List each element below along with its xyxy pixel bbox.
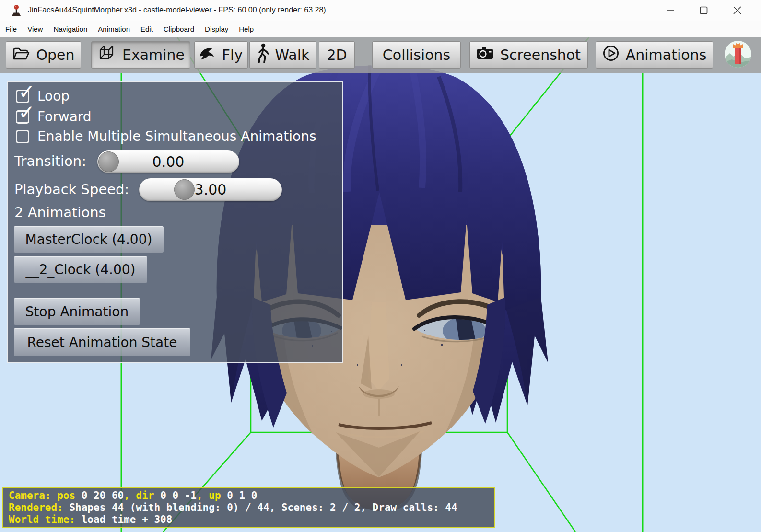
maximize-button[interactable] bbox=[692, 0, 714, 20]
menu-bar: File View Navigation Animation Edit Clip… bbox=[0, 21, 761, 37]
close-button[interactable] bbox=[726, 0, 748, 20]
menu-help[interactable]: Help bbox=[239, 25, 254, 33]
window-title: JinFacsAu44SquintMorpher.x3d - castle-mo… bbox=[28, 6, 326, 14]
examine-button[interactable]: Examine bbox=[91, 41, 190, 69]
examine-button-label: Examine bbox=[122, 46, 185, 63]
animations-button-label: Animations bbox=[626, 46, 707, 63]
screenshot-button[interactable]: Screenshot bbox=[469, 41, 588, 69]
masterclock-animation-button[interactable]: MasterClock (4.00) bbox=[14, 226, 164, 253]
fly-button-label: Fly bbox=[222, 46, 243, 63]
stop-animation-label: Stop Animation bbox=[25, 304, 129, 320]
cube-wireframe-icon bbox=[97, 44, 116, 66]
playback-speed-slider[interactable]: 3.00 bbox=[139, 178, 282, 201]
playback-speed-value: 3.00 bbox=[139, 181, 282, 198]
bird-icon bbox=[199, 46, 216, 64]
forward-checkbox-mark: ✓ bbox=[18, 103, 35, 123]
menu-clipboard[interactable]: Clipboard bbox=[164, 25, 194, 33]
fly-button[interactable]: Fly bbox=[194, 41, 248, 69]
minimize-button[interactable] bbox=[660, 0, 682, 20]
collisions-button[interactable]: Collisions bbox=[372, 41, 461, 69]
camera-icon bbox=[477, 46, 494, 63]
menu-edit[interactable]: Edit bbox=[140, 25, 153, 33]
title-bar: JinFacsAu44SquintMorpher.x3d - castle-mo… bbox=[0, 0, 761, 21]
folder-open-icon bbox=[12, 46, 30, 64]
menu-display[interactable]: Display bbox=[205, 25, 228, 33]
forward-checkbox-label: Forward bbox=[37, 109, 92, 125]
toolbar: Open Examine Fly bbox=[0, 37, 761, 73]
reset-animation-state-button[interactable]: Reset Animation State bbox=[14, 328, 190, 356]
castle-game-engine-logo[interactable] bbox=[724, 40, 752, 68]
transition-slider[interactable]: 0.00 bbox=[97, 150, 239, 173]
walk-button-label: Walk bbox=[275, 46, 310, 63]
2d-button-label: 2D bbox=[327, 46, 347, 63]
menu-navigation[interactable]: Navigation bbox=[53, 25, 87, 33]
2d-button[interactable]: 2D bbox=[319, 41, 355, 69]
loop-checkbox-label: Loop bbox=[37, 88, 70, 104]
multiple-animations-checkbox[interactable] bbox=[16, 130, 29, 143]
transition-label: Transition: bbox=[14, 153, 86, 169]
masterclock-animation-label: MasterClock (4.00) bbox=[25, 231, 152, 247]
open-button-label: Open bbox=[36, 46, 74, 63]
menu-animation[interactable]: Animation bbox=[98, 25, 130, 33]
joystick-icon bbox=[10, 4, 23, 17]
clock2-animation-button[interactable]: __2_Clock (4.00) bbox=[14, 256, 147, 283]
loop-checkbox-mark: ✓ bbox=[18, 82, 35, 102]
open-button[interactable]: Open bbox=[6, 41, 81, 69]
status-rendered-line: Rendered: Shapes 44 (with blending: 0) /… bbox=[9, 502, 494, 514]
forward-checkbox[interactable]: ✓ bbox=[16, 110, 29, 124]
clock2-animation-label: __2_Clock (4.00) bbox=[26, 262, 136, 278]
transition-value: 0.00 bbox=[97, 153, 239, 170]
animations-count-header: 2 Animations bbox=[14, 204, 106, 220]
multiple-animations-checkbox-label: Enable Multiple Simultaneous Animations bbox=[37, 128, 316, 144]
status-world-time-line: World time: load time + 308 bbox=[9, 514, 494, 526]
reset-animation-state-label: Reset Animation State bbox=[27, 335, 177, 350]
status-bar: Camera: pos 0 20 60, dir 0 0 -1, up 0 1 … bbox=[2, 487, 495, 528]
status-camera-line: Camera: pos 0 20 60, dir 0 0 -1, up 0 1 … bbox=[9, 490, 494, 502]
menu-view[interactable]: View bbox=[27, 25, 43, 33]
menu-file[interactable]: File bbox=[5, 25, 17, 33]
walk-button[interactable]: Walk bbox=[249, 41, 316, 69]
play-circle-icon bbox=[602, 45, 620, 65]
animations-button[interactable]: Animations bbox=[596, 41, 713, 69]
playback-speed-label: Playback Speed: bbox=[14, 181, 129, 197]
walking-person-icon bbox=[257, 43, 269, 67]
stop-animation-button[interactable]: Stop Animation bbox=[14, 298, 140, 325]
collisions-button-label: Collisions bbox=[383, 46, 450, 63]
animations-panel: ✓ Loop ✓ Forward Enable Multiple Simulta… bbox=[7, 81, 343, 363]
screenshot-button-label: Screenshot bbox=[500, 46, 581, 63]
